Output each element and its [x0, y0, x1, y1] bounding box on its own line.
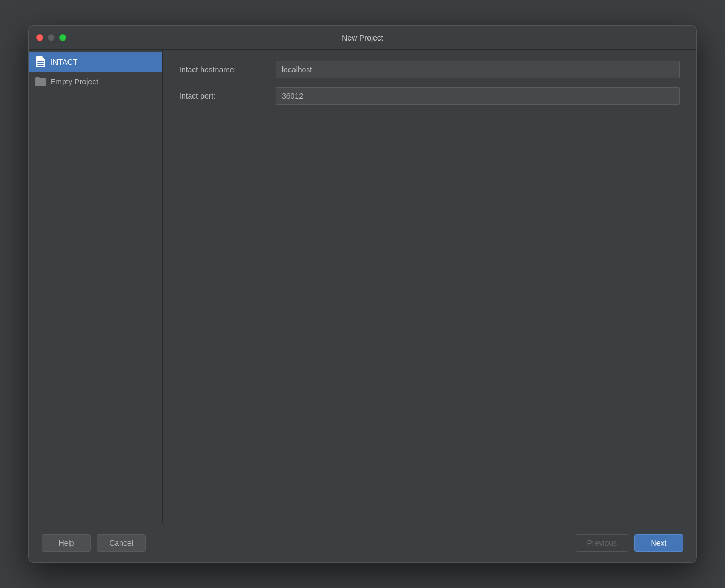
doc-icon-lines: [37, 61, 44, 67]
port-label: Intact port:: [179, 92, 267, 100]
hostname-row: Intact hostname:: [179, 61, 680, 78]
traffic-lights: [36, 34, 66, 41]
main-content: INTACT Empty Project Intact hostname:: [29, 50, 696, 523]
port-input[interactable]: [276, 87, 680, 105]
maximize-button[interactable]: [59, 34, 66, 41]
doc-icon-line-2: [37, 63, 44, 64]
form-section: Intact hostname: Intact port:: [179, 61, 680, 105]
minimize-button[interactable]: [48, 34, 55, 41]
sidebar-item-empty-project[interactable]: Empty Project: [29, 72, 162, 92]
bottom-right-buttons: Previous Next: [576, 534, 683, 552]
new-project-window: New Project INTACT: [28, 25, 697, 563]
folder-icon-shape: [35, 77, 46, 86]
doc-icon-shape: [36, 56, 45, 67]
window-title: New Project: [342, 33, 383, 42]
sidebar: INTACT Empty Project: [29, 50, 163, 523]
bottom-bar: Help Cancel Previous Next: [29, 523, 696, 562]
cancel-button[interactable]: Cancel: [97, 534, 146, 552]
sidebar-item-intact[interactable]: INTACT: [29, 52, 162, 72]
previous-button[interactable]: Previous: [576, 534, 628, 552]
title-bar: New Project: [29, 26, 696, 50]
close-button[interactable]: [36, 34, 43, 41]
folder-icon: [35, 76, 46, 87]
hostname-input[interactable]: [276, 61, 680, 78]
doc-icon-line-3: [37, 65, 44, 66]
port-row: Intact port:: [179, 87, 680, 105]
next-button[interactable]: Next: [634, 534, 683, 552]
folder-body: [35, 78, 46, 86]
content-panel: Intact hostname: Intact port:: [163, 50, 696, 523]
help-button[interactable]: Help: [42, 534, 91, 552]
doc-icon-line-1: [37, 61, 44, 62]
sidebar-item-intact-label: INTACT: [50, 58, 78, 66]
hostname-label: Intact hostname:: [179, 65, 267, 74]
document-icon: [35, 56, 46, 67]
sidebar-item-empty-project-label: Empty Project: [50, 77, 98, 86]
bottom-left-buttons: Help Cancel: [42, 534, 146, 552]
